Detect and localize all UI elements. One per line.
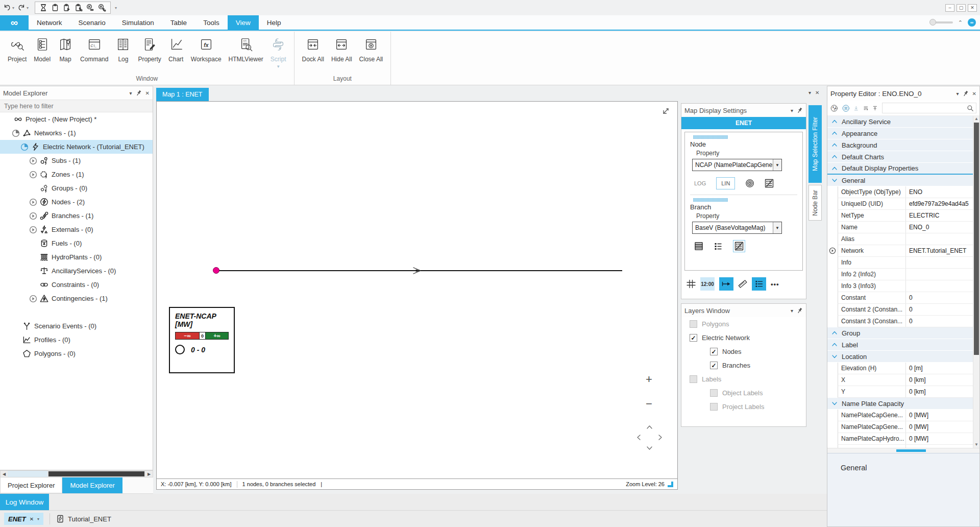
property-group-default-charts[interactable]: Default Charts [827, 151, 973, 163]
tab-model-explorer[interactable]: Model Explorer [62, 477, 122, 493]
node-property-dropdown[interactable]: NCAP (NamePlateCapGenera ▼ [692, 159, 782, 171]
property-row-constant[interactable]: Constant0 [838, 292, 973, 304]
pin-icon[interactable] [134, 89, 143, 98]
horizontal-scrollbar[interactable] [827, 448, 979, 453]
categorized-view-icon[interactable] [842, 103, 850, 114]
property-group-ancillary-service[interactable]: Ancillary Service [827, 116, 973, 128]
property-row-constant-3-constan[interactable]: Constant 3 (Constan...0 [838, 316, 973, 327]
property-value[interactable]: 0 [905, 316, 973, 327]
chevron-up-icon[interactable] [831, 342, 838, 348]
property-value[interactable]: 0 [MW] [905, 421, 973, 433]
property-group-group[interactable]: Group [827, 327, 973, 339]
minimize-button[interactable]: – [945, 4, 954, 12]
property-row-y[interactable]: Y0 [km] [838, 386, 973, 398]
flow-arrows-toggle-icon[interactable] [719, 277, 733, 291]
chevron-up-icon[interactable] [831, 154, 838, 160]
expand-expander-icon[interactable] [29, 157, 37, 165]
hide-all-button[interactable]: Hide All [329, 35, 355, 65]
tree-item-project[interactable]: Project - (New Project) * [0, 112, 153, 126]
undo-caret-icon[interactable]: ▾ [12, 6, 14, 10]
cancel-infinity-icon[interactable] [86, 4, 94, 12]
property-value[interactable]: ENET.Tutorial_ENET [905, 245, 973, 256]
property-row-info[interactable]: Info [838, 257, 973, 269]
chevron-down-icon[interactable] [831, 353, 838, 360]
property-value[interactable] [905, 233, 973, 245]
property-value[interactable]: 0 [MW] [905, 433, 973, 444]
checkbox-unchecked[interactable] [690, 320, 697, 328]
menu-network[interactable]: Network [29, 15, 70, 30]
panel-caret-icon[interactable]: ▾ [957, 91, 959, 97]
zoom-slider[interactable] [930, 21, 953, 23]
checkbox-checked[interactable]: ✓ [710, 348, 718, 355]
cancel-tree-icon[interactable] [98, 4, 106, 12]
node-marker[interactable] [213, 267, 219, 274]
lin-scale-button[interactable]: LIN [716, 177, 735, 189]
property-group-general[interactable]: General [827, 175, 973, 186]
workspace-button[interactable]: fxWorkspace [188, 35, 224, 65]
expand-all-icon[interactable] [853, 104, 859, 112]
property-value[interactable]: 0 [905, 304, 973, 315]
scrollbar-thumb[interactable] [48, 471, 144, 476]
collapse-ribbon-icon[interactable]: ⌃ [958, 19, 963, 26]
clipboard-run-icon[interactable] [63, 4, 71, 12]
clipboard-icon[interactable] [51, 4, 59, 12]
property-group-background[interactable]: Background [827, 139, 973, 151]
property-value[interactable]: ENO_0 [905, 222, 973, 233]
node-legend-icon[interactable] [765, 179, 774, 188]
tree-item-polygons[interactable]: Polygons - (0) [0, 347, 153, 361]
expand-expander-icon[interactable] [29, 295, 37, 303]
tree-item-fuels[interactable]: Fuels - (0) [0, 236, 153, 250]
tree-item-contingencies[interactable]: Contingencies - (1) [0, 292, 153, 305]
tab-log-window[interactable]: Log Window [0, 494, 49, 510]
vertical-scrollbar[interactable]: ▲▼ [973, 116, 979, 448]
measure-icon[interactable] [738, 279, 747, 289]
tree-item-groups[interactable]: Groups - (0) [0, 181, 153, 195]
tree-item-hydroplants[interactable]: HydroPlants - (0) [0, 250, 153, 264]
map-canvas[interactable]: ENET-NCAP [MW] −∞ 0 +∞ 0 - 0 + − [156, 101, 678, 479]
panel-caret-icon[interactable]: ▾ [130, 90, 132, 96]
pin-icon[interactable] [961, 89, 970, 98]
close-button[interactable]: ✕ [968, 4, 977, 12]
maximize-button[interactable]: ▢ [957, 4, 966, 12]
search-icon[interactable] [967, 105, 974, 112]
map-button[interactable]: Map [55, 35, 76, 65]
chevron-down-icon[interactable] [831, 400, 838, 406]
node-section-tab[interactable] [693, 135, 728, 139]
command-button[interactable]: C:\_Command [78, 35, 111, 65]
hourglass-icon[interactable] [39, 4, 47, 12]
menu-simulation[interactable]: Simulation [114, 15, 162, 30]
chevron-up-icon[interactable] [831, 142, 838, 148]
pan-down-icon[interactable] [646, 444, 653, 452]
network-chip-caret-icon[interactable]: ▾ [37, 517, 39, 521]
checkbox-checked[interactable]: ✓ [690, 334, 697, 342]
property-button[interactable]: Property [135, 35, 163, 65]
property-row-name[interactable]: NameENO_0 [838, 222, 973, 233]
property-row-nameplatecapgene[interactable]: NamePlateCapGene...0 [MW] [838, 421, 973, 433]
tab-node-bar[interactable]: Node Bar [808, 185, 822, 221]
tree-item-profiles[interactable]: Profiles - (0) [0, 333, 153, 347]
pin-icon[interactable] [796, 306, 804, 315]
menu-view[interactable]: View [228, 15, 259, 30]
property-row-nameplatecaphydro[interactable]: NamePlateCapHydro...0 [MW] [838, 433, 973, 445]
expand-map-icon[interactable] [661, 107, 670, 116]
undo-button[interactable]: ▾ [3, 4, 14, 12]
dock-all-button[interactable]: Dock All [300, 35, 327, 65]
property-value[interactable] [905, 257, 973, 268]
doc-close-icon[interactable]: ✕ [815, 90, 819, 95]
network-chip-close-icon[interactable]: ✕ [30, 516, 34, 522]
log-button[interactable]: Log [113, 35, 133, 65]
chevron-up-icon[interactable] [831, 118, 838, 125]
property-value[interactable] [905, 280, 973, 292]
collapse-expander-icon[interactable] [20, 143, 29, 151]
sort-structure-icon[interactable] [863, 104, 869, 112]
tree-item-nodes[interactable]: Nodes - (2) [0, 195, 153, 209]
branch-legend-icon[interactable] [733, 240, 745, 252]
pin-icon[interactable] [796, 106, 804, 115]
property-row-uniqueid-uid[interactable]: UniqueID (UID)efd9e797a29e4ad4a5 [838, 198, 973, 210]
chevron-up-icon[interactable] [831, 130, 838, 136]
property-value[interactable]: 0 [MW] [905, 410, 973, 421]
branch-list-icon[interactable] [714, 242, 723, 251]
checkbox-unchecked[interactable] [710, 389, 718, 397]
property-row-constant-2-constan[interactable]: Constant 2 (Constan...0 [838, 304, 973, 316]
tree-item-zones[interactable]: Zones - (1) [0, 167, 153, 181]
